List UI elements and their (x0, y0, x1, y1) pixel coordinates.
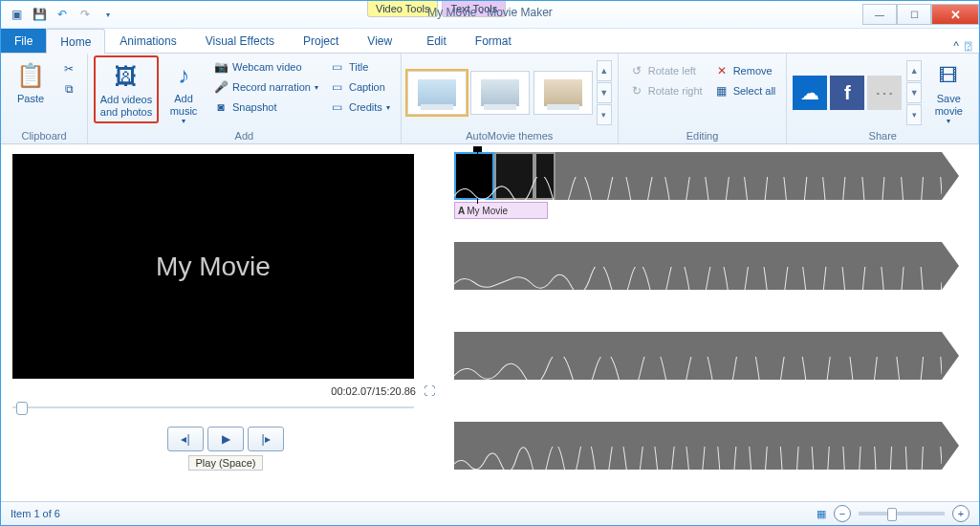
redo-icon[interactable]: ↷ (76, 5, 95, 24)
add-music-button[interactable]: ♪ Add music ▾ (161, 55, 207, 130)
save-movie-button[interactable]: 🎞 Save movie ▾ (925, 55, 972, 130)
group-add: 🖼 Add videos and photos ♪ Add music ▾ 📷W… (88, 54, 402, 143)
preview-title-overlay: My Movie (156, 252, 271, 282)
tab-view[interactable]: View (353, 28, 406, 53)
credits-icon: ▭ (330, 99, 345, 115)
group-themes-label: AutoMovie themes (407, 130, 612, 143)
title-clip[interactable]: AMy Movie (454, 202, 548, 219)
status-bar: Item 1 of 6 ▦ − + (1, 501, 979, 525)
caption-button[interactable]: ▭Caption (325, 77, 395, 97)
timeline-row-1[interactable]: AMy Movie (454, 152, 977, 223)
share-up-icon[interactable]: ▲ (906, 60, 922, 81)
timeline-pane[interactable]: AMy Movie (446, 144, 979, 501)
clipboard-icon: 📋 (15, 60, 46, 91)
webcam-button[interactable]: 📷Webcam video (208, 57, 323, 77)
work-area: My Movie 00:02.07/15:20.86 ⛶ ◂| ▶ |▸ Pla… (1, 144, 979, 501)
theme-more-icon[interactable]: ▾ (597, 104, 612, 125)
close-button[interactable]: ✕ (931, 4, 979, 25)
help-icon[interactable]: ⍰ (965, 39, 971, 53)
tab-home[interactable]: Home (46, 29, 105, 54)
timeline-row-3[interactable] (454, 332, 977, 403)
share-more-button[interactable]: ⋯ (867, 76, 902, 110)
timeline-row-4[interactable] (454, 422, 977, 493)
prev-frame-button[interactable]: ◂| (167, 427, 204, 451)
group-themes: ▲ ▼ ▾ AutoMovie themes (402, 54, 619, 143)
onedrive-button[interactable]: ☁ (793, 76, 827, 110)
next-frame-button[interactable]: |▸ (248, 427, 284, 451)
theme-3[interactable] (534, 71, 593, 115)
add-videos-label: Add videos and photos (100, 94, 152, 118)
copy-button[interactable]: ⧉ (56, 79, 81, 99)
rotate-right-icon: ↻ (629, 83, 644, 99)
tab-edit[interactable]: Edit (412, 28, 461, 53)
play-tooltip: Play (Space) (188, 455, 263, 471)
quick-access-toolbar: ▣ 💾 ↶ ↷ ▾ (1, 5, 123, 24)
record-narration-button[interactable]: 🎤Record narration▾ (208, 77, 323, 97)
more-icon: ⋯ (875, 81, 894, 104)
group-clipboard-label: Clipboard (7, 130, 81, 143)
file-tab[interactable]: File (1, 29, 46, 53)
share-expand-icon[interactable]: ▾ (906, 104, 922, 125)
cut-button[interactable]: ✂ (56, 59, 81, 78)
group-share-label: Share (793, 130, 972, 143)
theme-2[interactable] (470, 71, 530, 115)
paste-label: Paste (17, 93, 44, 105)
zoom-in-button[interactable]: + (952, 505, 969, 522)
ribbon-tabstrip: File Home Animations Visual Effects Proj… (1, 29, 979, 54)
group-share: ☁ f ⋯ ▲ ▼ ▾ 🎞 Save movie ▾ Share (787, 54, 979, 143)
select-all-button[interactable]: ▦Select all (709, 81, 781, 100)
theme-up-icon[interactable]: ▲ (597, 60, 612, 81)
save-icon[interactable]: 💾 (30, 5, 49, 24)
facebook-icon: f (844, 82, 851, 104)
select-all-icon: ▦ (714, 83, 730, 99)
fullscreen-icon[interactable]: ⛶ (424, 384, 435, 398)
credits-button[interactable]: ▭Credits▾ (325, 98, 395, 117)
title-button[interactable]: ▭Title (325, 57, 395, 77)
preview-seekbar[interactable] (12, 400, 414, 415)
rotate-left-button[interactable]: ↺Rotate left (624, 61, 708, 80)
remove-button[interactable]: ✕Remove (709, 61, 781, 80)
music-icon: ♪ (168, 60, 199, 91)
ribbon-collapse-icon[interactable]: ^ (953, 39, 959, 53)
waveform-2 (454, 267, 942, 290)
facebook-button[interactable]: f (830, 76, 864, 110)
rotate-right-button[interactable]: ↻Rotate right (624, 81, 708, 100)
play-button[interactable]: ▶ (207, 427, 244, 451)
add-music-label: Add music (170, 93, 198, 117)
window-controls: — ☐ ✕ (862, 4, 979, 25)
theme-1[interactable] (407, 71, 467, 115)
share-down-icon[interactable]: ▼ (906, 82, 922, 103)
qat-dropdown-icon[interactable]: ▾ (98, 5, 118, 24)
tab-format[interactable]: Format (461, 28, 526, 53)
webcam-icon: 📷 (213, 59, 229, 75)
app-icon[interactable]: ▣ (7, 5, 26, 24)
zoom-slider[interactable] (859, 512, 945, 515)
maximize-button[interactable]: ☐ (897, 4, 931, 25)
timeline-row-2[interactable] (454, 242, 977, 313)
tab-visual-effects[interactable]: Visual Effects (191, 28, 289, 53)
cloud-icon: ☁ (800, 81, 819, 104)
titlebar: ▣ 💾 ↶ ↷ ▾ Video Tools Text Tools My Movi… (1, 1, 979, 29)
tab-animations[interactable]: Animations (105, 28, 190, 53)
window-title: My Movie - Movie Maker (427, 6, 553, 19)
app-window: ▣ 💾 ↶ ↷ ▾ Video Tools Text Tools My Movi… (0, 0, 980, 526)
paste-button[interactable]: 📋 Paste (7, 55, 54, 110)
view-thumbnails-icon[interactable]: ▦ (817, 508, 826, 520)
group-clipboard: 📋 Paste ✂ ⧉ Clipboard (1, 54, 88, 143)
add-videos-photos-button[interactable]: 🖼 Add videos and photos (94, 55, 159, 123)
save-movie-icon: 🎞 (933, 60, 964, 91)
theme-down-icon[interactable]: ▼ (597, 82, 612, 103)
undo-icon[interactable]: ↶ (53, 5, 72, 24)
waveform-4 (454, 447, 942, 470)
group-editing: ↺Rotate left ↻Rotate right ✕Remove ▦Sele… (619, 54, 788, 143)
snapshot-button[interactable]: ◙Snapshot (208, 98, 323, 117)
preview-pane: My Movie 00:02.07/15:20.86 ⛶ ◂| ▶ |▸ Pla… (1, 144, 446, 501)
minimize-button[interactable]: — (862, 4, 897, 25)
preview-video[interactable]: My Movie (12, 154, 414, 379)
photos-icon: 🖼 (111, 61, 142, 92)
waveform-3 (454, 357, 942, 380)
tab-project[interactable]: Project (289, 28, 353, 53)
zoom-out-button[interactable]: − (834, 505, 851, 522)
remove-icon: ✕ (714, 63, 730, 78)
dropdown-icon: ▾ (182, 117, 185, 125)
